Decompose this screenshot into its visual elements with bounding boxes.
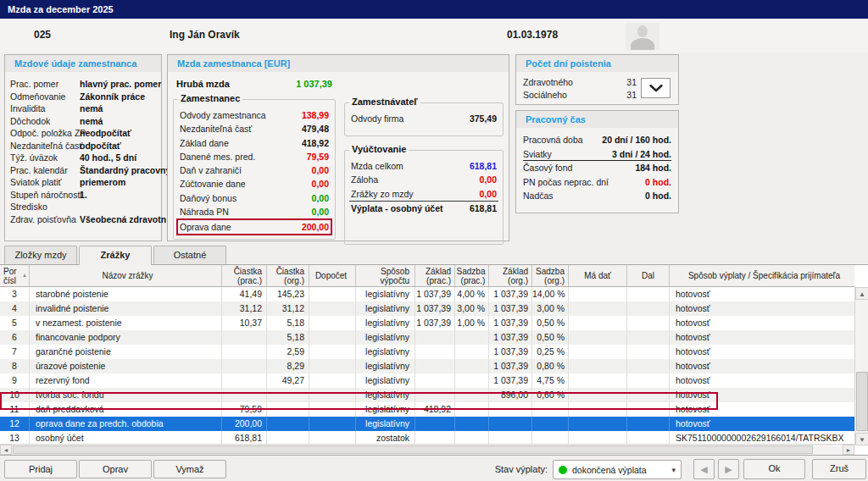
cell-rate-employee (455, 388, 489, 402)
scroll-right-icon[interactable]: ► (843, 445, 854, 455)
column-header[interactable]: Dal (627, 265, 670, 286)
cell-credit (627, 301, 670, 316)
info-label: Odmeňovanie (10, 91, 80, 103)
wage-value: 0,00 (312, 205, 329, 218)
column-header[interactable]: Spôsob výplaty / Špecifikácia prijímateľ… (670, 265, 854, 286)
wage-label: Nezdaniteľná časť (180, 122, 302, 135)
cell-base-org: 1 037,39 (489, 359, 532, 373)
payout-status-label: Stav výplaty: (475, 464, 548, 474)
ok-button[interactable]: Ok (743, 459, 805, 479)
payout-status-dropdown[interactable]: dokončená výplata ▾ (553, 460, 682, 479)
column-header[interactable]: Čiastka (prac.) (222, 265, 267, 286)
cell-credit (627, 373, 670, 388)
table-row[interactable]: 5 v nezamest. poistenie 10,37 5,18 legis… (0, 316, 854, 330)
cell-deduction-name: financovanie podpory (30, 330, 222, 345)
cell-amount-employee: 79,59 (222, 402, 267, 417)
wage-panel: Mzda zamestnanca [EUR] Hrubá mzda 1 037,… (167, 54, 509, 241)
cancel-button[interactable]: Zruš (812, 459, 866, 479)
table-row[interactable]: 7 garančné poistenie 2,59 legislatívny 1… (0, 345, 854, 359)
column-header-label: Čiastka (prac.) (224, 267, 262, 285)
cell-surcharge (309, 316, 356, 330)
scroll-down-icon[interactable]: ▼ (855, 433, 868, 445)
tab-zrazky[interactable]: Zrážky (79, 246, 152, 265)
cell-calc-method: legislatívny (356, 373, 415, 388)
worktime-panel: Pracovný čas Pracovná doba 20 dní / 160 … (515, 110, 679, 213)
cell-rate-employee: 4,00 % (455, 287, 489, 301)
worktime-label: Sviatky (523, 147, 612, 161)
worktime-value: 0 hod. (645, 175, 671, 190)
insurance-days-panel: Počet dní poistenia Zdravotného 31 Sociá… (515, 54, 679, 105)
vertical-scrollbar[interactable]: ▲ ▼ (854, 287, 868, 445)
employer-group: Zamestnávateľ Odvody firma 375,49 (344, 102, 504, 136)
column-header-label: Dopočet (315, 271, 347, 280)
info-value: Zákonník práce (80, 91, 145, 103)
table-row[interactable]: 4 invalidné poistenie 31,12 31,12 legisl… (0, 301, 854, 316)
cell-rate-employee (455, 330, 489, 345)
wage-label: Mzda celkom (351, 159, 470, 173)
wage-value: 0,00 (480, 187, 497, 201)
tab-zlozky-mzdy[interactable]: Zložky mzdy (4, 246, 77, 264)
wage-label: Zúčtovanie dane (180, 177, 312, 191)
cell-calc-method: legislatívny (356, 287, 415, 301)
table-row[interactable]: 6 financovanie podpory 5,18 legislatívny… (0, 330, 854, 345)
column-header[interactable]: Základ (prac.) (415, 265, 455, 286)
table-row[interactable]: 11 daň preddavková 79,59 legislatívny 41… (0, 402, 854, 417)
employee-group: Zamestnanec Odvody zamestnanca 138,99 Ne… (173, 99, 336, 240)
employee-info-rows: Prac. pomer hlavný prac. pomer Odmeňovan… (5, 72, 161, 225)
cell-debit (569, 373, 627, 388)
edit-button[interactable]: Oprav (79, 460, 152, 478)
wage-row: Danené mes. pred. 79,59 (178, 150, 331, 163)
cell-calc-method: legislatívny (356, 359, 415, 373)
wage-row: Zúčtovanie dane 0,00 (178, 177, 331, 191)
column-header[interactable]: Názov zrážky (30, 265, 222, 286)
cell-row-number: 8 (0, 359, 30, 373)
tab-ostatne[interactable]: Ostatné (153, 246, 226, 264)
table-row[interactable]: 12 oprava dane za predch. obdobia 200,00… (0, 417, 854, 431)
info-label: Prac. pomer (10, 78, 80, 91)
worktime-rows: Pracovná doba 20 dní / 160 hod. Sviatky … (516, 128, 678, 203)
wage-row: Daň v zahraničí 0,00 (178, 163, 331, 177)
cell-amount-employee (222, 373, 267, 388)
insurance-dropdown-button[interactable] (641, 78, 670, 98)
info-label: Stupeň náročnosti (10, 189, 80, 202)
column-header[interactable]: Spôsob výpočtu (356, 265, 415, 286)
cell-amount-employee (222, 330, 267, 345)
cell-payout-method: hotovosť (670, 330, 854, 345)
cell-debit (569, 388, 627, 402)
cell-rate-employee (455, 417, 489, 431)
scroll-left-icon[interactable]: ◄ (0, 445, 12, 455)
cell-amount-org (267, 417, 309, 431)
wage-label: Oprava dane (180, 220, 302, 234)
previous-record-button[interactable]: ◀ (693, 459, 715, 479)
cell-amount-employee (222, 345, 267, 359)
sort-icon[interactable]: ▲ (22, 273, 27, 278)
cell-debit (569, 316, 627, 330)
column-header[interactable]: Sadzba (prac.) (455, 265, 489, 286)
wage-value: 138,99 (302, 108, 329, 122)
column-header-label: Základ (prac.) (417, 267, 451, 285)
table-row[interactable]: 10 tvorba soc. fondu legislatívny 896,00… (0, 388, 854, 402)
horizontal-scroll-thumb[interactable] (13, 445, 813, 454)
scroll-up-icon[interactable]: ▲ (855, 287, 868, 300)
column-header[interactable]: Sadzba (org.) (532, 265, 569, 286)
delete-button[interactable]: Vymaž (153, 460, 226, 478)
column-header[interactable]: Čiastka (org.) (267, 265, 309, 286)
column-header[interactable]: Má dať (569, 265, 627, 286)
table-row[interactable]: 8 úrazové poistenie 8,29 legislatívny 1 … (0, 359, 854, 373)
table-row[interactable]: 9 rezervný fond 49,27 legislatívny 1 037… (0, 373, 854, 388)
column-header-label: Dal (642, 271, 654, 280)
cell-deduction-name: úrazové poistenie (30, 359, 222, 373)
add-button[interactable]: Pridaj (4, 460, 77, 478)
column-header[interactable]: Dopočet (309, 265, 356, 286)
insurance-row: Zdravotného 31 (523, 76, 637, 89)
cell-rate-org: 3,00 % (532, 301, 569, 316)
worktime-row: Časový fond 184 hod. (523, 161, 671, 175)
vertical-scroll-thumb[interactable] (856, 372, 868, 431)
next-record-button[interactable]: ▶ (718, 459, 739, 479)
table-row[interactable]: 3 starobné poistenie 41,49 145,23 legisl… (0, 287, 854, 301)
cell-rate-org: 14,00 % (532, 287, 569, 301)
horizontal-scrollbar[interactable]: ◄ ► (0, 444, 854, 455)
column-header[interactable]: Základ (org.) (489, 265, 532, 286)
cell-surcharge (309, 345, 356, 359)
wage-row: Záloha 0,00 (349, 173, 498, 186)
